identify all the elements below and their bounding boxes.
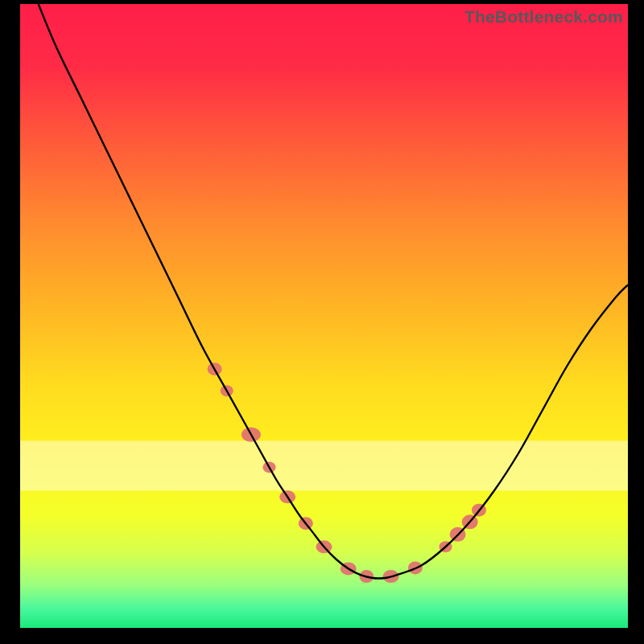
watermark-text: TheBottleneck.com bbox=[464, 7, 623, 27]
highlight-band bbox=[20, 441, 628, 491]
gradient-background bbox=[20, 4, 628, 628]
bottleneck-chart bbox=[20, 4, 628, 628]
chart-frame: TheBottleneck.com bbox=[20, 4, 628, 628]
